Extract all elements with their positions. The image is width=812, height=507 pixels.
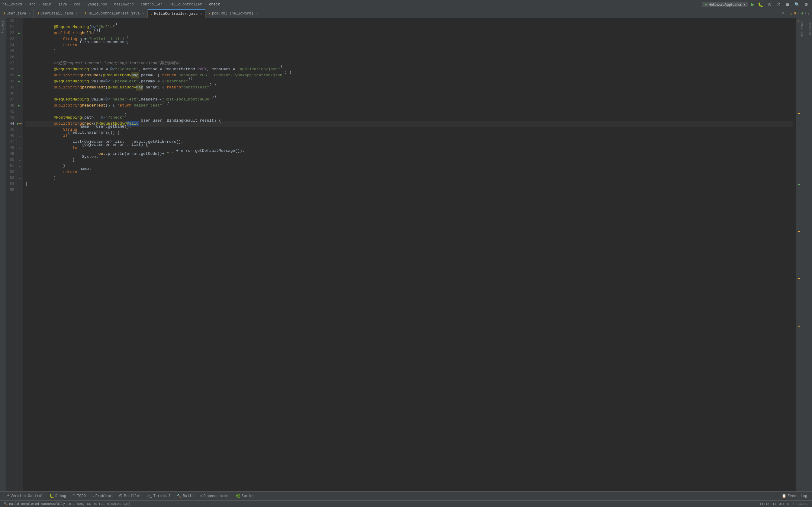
- breadcrumb-hellocontroller[interactable]: HelloController: [169, 2, 202, 7]
- breadcrumb-com[interactable]: com: [74, 2, 81, 7]
- tab-hellocontrollertest-java[interactable]: J HelloControllerTest.java ✕: [81, 9, 147, 18]
- line-num-50: 50: [7, 157, 14, 163]
- profiler-button[interactable]: ⏱ Profiler: [116, 493, 144, 499]
- code-line-49: System.out.println(error.getCode()+ "-" …: [26, 151, 793, 157]
- spring-button[interactable]: 🌿 Spring: [233, 493, 257, 499]
- version-control-button[interactable]: ⎇ Version Control: [2, 493, 46, 499]
- tab-user-java[interactable]: J User.java ✕: [0, 9, 34, 18]
- main-layout: Project 20 21 22 23 24 25 26 27 28 29 32…: [0, 18, 812, 491]
- app-icon: ●: [705, 2, 707, 7]
- tab-close-icon[interactable]: ✕: [76, 12, 78, 15]
- bottom-toolbar: ⎇ Version Control 🐛 Debug ☰ TODO ⚠ Probl…: [0, 491, 812, 500]
- stop-button[interactable]: ⏹: [784, 1, 791, 7]
- dependencies-button[interactable]: ⧈ Dependencies: [197, 493, 232, 499]
- event-log-icon: 📋: [782, 494, 786, 498]
- scroll-panel: ⚠: [796, 18, 800, 491]
- code-line-32: @RequestMapping(value=©✓"/paramTest",par…: [26, 78, 793, 84]
- run-button[interactable]: ▶: [751, 1, 754, 7]
- expand-icon[interactable]: ∧: [804, 11, 807, 15]
- debug-button[interactable]: 🐛: [757, 1, 764, 7]
- breadcrumb-yangjunbo[interactable]: yangjunbo: [88, 2, 107, 7]
- editor-container: 20 21 22 23 24 25 26 27 28 29 32 33 36 3…: [6, 18, 800, 491]
- chevron-down-icon: ▾: [744, 2, 745, 7]
- profile-button[interactable]: ⏱: [775, 1, 782, 7]
- line-num-24: 24: [7, 42, 14, 48]
- line-num-37: 37: [7, 97, 14, 103]
- line-num-45: 45: [7, 127, 14, 133]
- line-num-28: 28: [7, 66, 14, 72]
- build-button[interactable]: 🔨 Build: [174, 493, 196, 499]
- breadcrumb-helloword[interactable]: helloword: [2, 2, 22, 7]
- breadcrumb-main[interactable]: main: [43, 2, 51, 7]
- breadcrumb-check[interactable]: check: [209, 2, 220, 7]
- line-num-21: 21: [7, 24, 14, 30]
- structure-label[interactable]: Structure: [800, 18, 806, 39]
- tab-close-icon[interactable]: ✕: [200, 12, 202, 16]
- warnings-count: ⚠ 5: [790, 11, 796, 15]
- code-editor[interactable]: @RequestMapping(©✓"/hello") public Strin…: [23, 18, 796, 491]
- tab-close-icon[interactable]: ✕: [143, 12, 144, 15]
- tab-userdetail-java[interactable]: J UserDetail.java ✕: [34, 9, 81, 18]
- coverage-button[interactable]: ⊙: [767, 1, 773, 7]
- code-line-21: @RequestMapping(©✓"/hello"): [26, 24, 793, 30]
- breadcrumb-java[interactable]: java: [58, 2, 67, 7]
- spring-icon: 🌿: [236, 494, 241, 499]
- gutter: ▶⌄ ⌄ ▶⌄ ▶⌄ ▶⌄ ▶●@ ⌄ ⌄ ⌄ ⌄ ⌄: [17, 18, 23, 491]
- problems-icon: ⚠: [92, 494, 94, 499]
- problems-button[interactable]: ⚠ Problems: [89, 493, 115, 499]
- code-line-42: [26, 109, 793, 115]
- build-status: 🔨 Build completed successfully in 1 sec,…: [4, 502, 131, 506]
- code-line-20: [26, 18, 793, 24]
- line-num-53: 53: [7, 175, 14, 181]
- scroll-warning-icon: ⚠: [798, 19, 799, 23]
- terminal-button[interactable]: >_ Terminal: [145, 493, 173, 499]
- line-encoding: LF UTF-8: [773, 502, 789, 506]
- settings-button[interactable]: ⚙: [803, 1, 810, 7]
- code-line-25: }: [26, 48, 793, 54]
- line-num-46: 46: [7, 133, 14, 139]
- java-icon: J: [3, 12, 5, 15]
- java-icon: J: [37, 12, 39, 15]
- project-label[interactable]: Project: [1, 19, 5, 35]
- breadcrumb-src[interactable]: src: [29, 2, 36, 7]
- tab-pom-xml[interactable]: X pom.xml (helloword) ✕: [205, 9, 261, 18]
- todo-button[interactable]: ☰ TODO: [70, 493, 88, 499]
- app-selector-button[interactable]: ● HellowordApplication ▾: [702, 2, 748, 7]
- line-num-32: 32: [7, 78, 14, 84]
- event-log-button[interactable]: 📋 Event Log: [779, 493, 810, 499]
- build-icon: 🔨: [177, 494, 182, 499]
- database-label[interactable]: Database: [806, 18, 812, 38]
- checks-count: ✓ 4: [797, 11, 803, 15]
- java-icon: J: [84, 12, 86, 15]
- line-num-49: 49: [7, 151, 14, 157]
- version-control-icon: ⎇: [5, 494, 9, 499]
- tab-close-icon[interactable]: ✕: [29, 12, 31, 15]
- line-num-38: 38: [7, 103, 14, 109]
- code-line-29: public String Consumes(@RequestBody Map …: [26, 72, 793, 78]
- collapse-icon[interactable]: ∨: [807, 11, 810, 15]
- terminal-icon: >_: [147, 494, 152, 498]
- profiler-icon: ⏱: [119, 494, 123, 498]
- line-numbers: 20 21 22 23 24 25 26 27 28 29 32 33 36 3…: [6, 18, 17, 491]
- code-line-27: //处理request Content-Type为"application/js…: [26, 60, 793, 66]
- line-num-44: 44: [7, 121, 14, 127]
- scroll-marker-warning: [798, 113, 800, 114]
- debug-button[interactable]: 🐛 Debug: [47, 493, 68, 499]
- line-num-51: 51: [7, 163, 14, 169]
- java-icon: J: [151, 12, 153, 16]
- code-line-28: @RequestMapping(value = ©✓"/Content", me…: [26, 66, 793, 72]
- breadcrumb-controller[interactable]: controller: [141, 2, 162, 7]
- tab-hellocontroller-java[interactable]: J HelloController.java ✕: [148, 9, 206, 18]
- line-num-36: 36: [7, 91, 14, 97]
- line-num-29: 29: [7, 72, 14, 78]
- tab-close-icon[interactable]: ✕: [256, 12, 258, 15]
- line-num-48: 48: [7, 145, 14, 151]
- code-line-52: return name;: [26, 169, 793, 175]
- tabs-overflow[interactable]: ≡: [779, 9, 786, 18]
- line-num-23: 23: [7, 36, 14, 42]
- line-num-47: 47: [7, 139, 14, 145]
- breadcrumb-helloword2[interactable]: helloword: [114, 2, 134, 7]
- todo-icon: ☰: [72, 494, 76, 499]
- scroll-marker-ok: [798, 184, 800, 185]
- search-button[interactable]: 🔍: [793, 1, 801, 7]
